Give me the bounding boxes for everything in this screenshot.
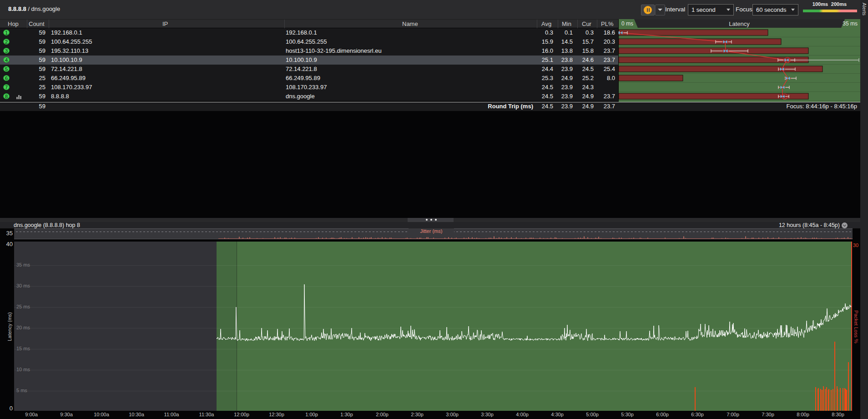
svg-text:0 ms: 0 ms [621, 20, 633, 27]
svg-text:35 ms: 35 ms [843, 20, 858, 27]
svg-text:Latency: Latency [729, 20, 750, 27]
